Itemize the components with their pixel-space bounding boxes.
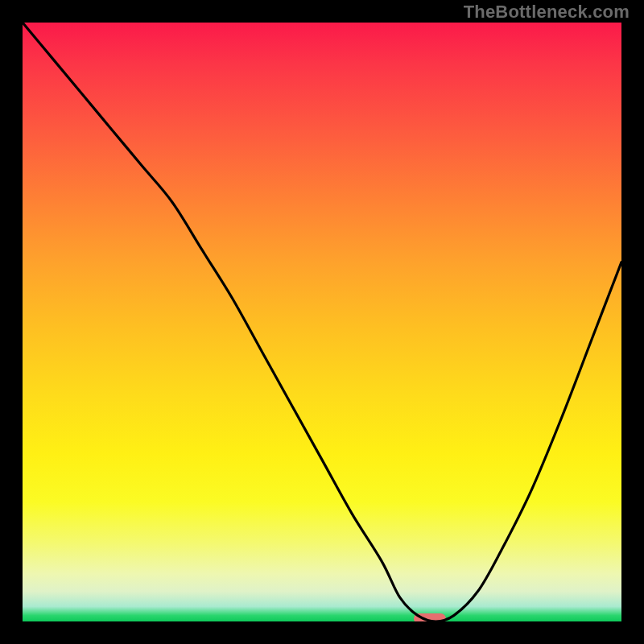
- plot-area: [23, 23, 621, 621]
- watermark-text: TheBottleneck.com: [464, 2, 630, 23]
- chart-frame: TheBottleneck.com: [0, 0, 644, 644]
- bottleneck-curve-line: [23, 23, 621, 621]
- curve-path: [23, 23, 621, 621]
